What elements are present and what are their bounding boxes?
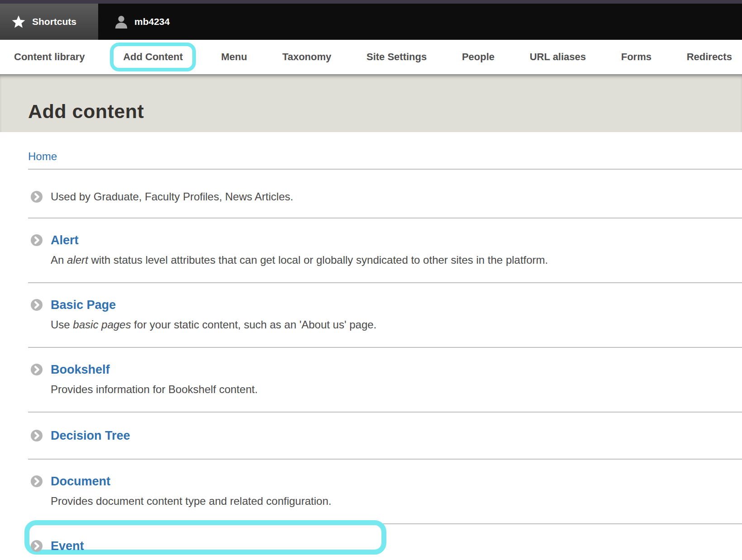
desc-text: with status level attributes that can ge…: [88, 254, 548, 266]
tab-content-library[interactable]: Content library: [14, 51, 85, 63]
desc-text: for your static content, such as an 'Abo…: [131, 318, 376, 331]
tab-forms[interactable]: Forms: [621, 51, 652, 63]
tab-taxonomy[interactable]: Taxonomy: [282, 51, 331, 63]
chevron-right-icon: [31, 191, 43, 203]
item-description: Provides document content type and relat…: [51, 494, 742, 508]
desc-text: Provides information for Bookshelf conte…: [51, 383, 258, 395]
desc-text: An: [51, 254, 67, 266]
chevron-right-icon: [31, 364, 43, 375]
chevron-right-icon: [31, 234, 43, 246]
tab-menu[interactable]: Menu: [221, 51, 247, 63]
content-type-link-basic-page[interactable]: Basic Page: [51, 298, 116, 312]
item-description: Provides information for Bookshelf conte…: [51, 383, 742, 396]
tab-people[interactable]: People: [462, 51, 495, 63]
list-item-basic-page: Basic Page Use basic pages for your stat…: [28, 283, 742, 347]
admin-tab-bar: Content library Add Content Menu Taxonom…: [0, 40, 742, 75]
tab-url-aliases[interactable]: URL aliases: [530, 51, 586, 63]
desc-italic-text: basic pages: [73, 318, 131, 331]
admin-toolbar-strip: [0, 0, 742, 4]
desc-text: Provides document content type and relat…: [51, 495, 331, 507]
list-item-decision-tree: Decision Tree: [28, 413, 742, 459]
list-item-used-by: Used by Graduate, Faculty Profiles, News…: [28, 170, 742, 218]
chevron-right-icon: [31, 475, 43, 487]
chevron-right-icon: [31, 430, 43, 441]
page-header-band: Add content: [0, 75, 742, 132]
content-type-link-alert[interactable]: Alert: [51, 233, 79, 247]
breadcrumb: Home: [28, 150, 742, 163]
content-type-link-document[interactable]: Document: [51, 475, 110, 488]
list-item-alert: Alert An alert with status level attribu…: [28, 218, 742, 282]
breadcrumb-home-link[interactable]: Home: [28, 150, 57, 162]
add-content-highlight-annotation: Add Content: [110, 43, 196, 71]
shortcuts-label: Shortcuts: [32, 16, 76, 27]
shortcuts-button[interactable]: Shortcuts: [0, 4, 98, 40]
star-icon: [11, 14, 26, 29]
item-description: Use basic pages for your static content,…: [51, 318, 742, 332]
content-area: Home Used by Graduate, Faculty Profiles,…: [0, 150, 742, 560]
chevron-right-icon: [31, 540, 43, 552]
item-description: Used by Graduate, Faculty Profiles, News…: [51, 190, 293, 204]
desc-text: Use: [51, 318, 73, 331]
tab-redirects[interactable]: Redirects: [687, 51, 732, 63]
list-item-event: Event: [28, 524, 742, 560]
list-item-bookshelf: Bookshelf Provides information for Books…: [28, 348, 742, 412]
tab-site-settings[interactable]: Site Settings: [366, 51, 427, 63]
page-title: Add content: [0, 75, 742, 121]
chevron-right-icon: [31, 299, 43, 311]
content-type-link-decision-tree[interactable]: Decision Tree: [51, 429, 130, 442]
item-description: An alert with status level attributes th…: [51, 253, 742, 267]
desc-italic-text: alert: [67, 254, 88, 266]
tab-add-content[interactable]: Add Content: [123, 51, 183, 62]
list-item-document: Document Provides document content type …: [28, 460, 742, 523]
username-label: mb4234: [134, 16, 170, 27]
user-menu-button[interactable]: mb4234: [114, 4, 170, 40]
top-bar: Shortcuts mb4234: [0, 4, 742, 40]
person-icon: [114, 14, 128, 29]
content-type-link-bookshelf[interactable]: Bookshelf: [51, 363, 110, 376]
content-type-link-event[interactable]: Event: [51, 539, 84, 553]
